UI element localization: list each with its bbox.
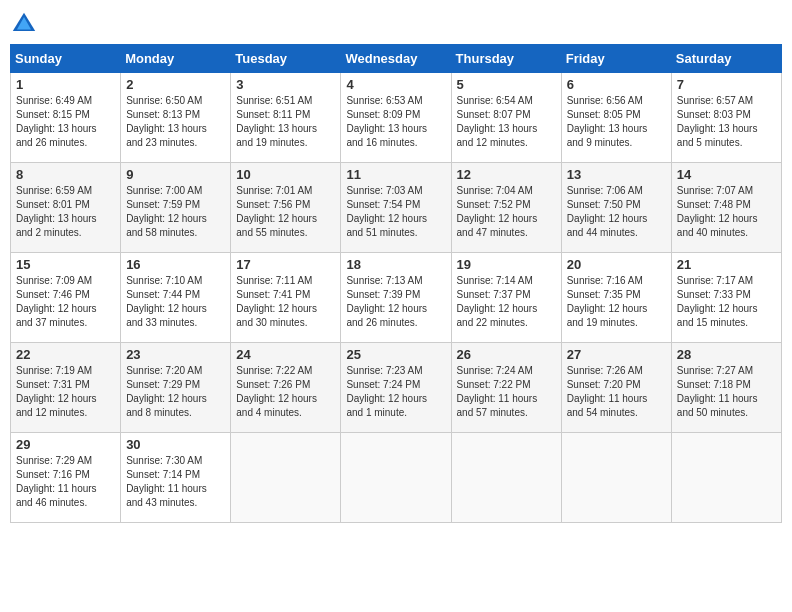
calendar-cell: 1Sunrise: 6:49 AMSunset: 8:15 PMDaylight… <box>11 73 121 163</box>
day-number: 25 <box>346 347 445 362</box>
calendar-cell: 12Sunrise: 7:04 AMSunset: 7:52 PMDayligh… <box>451 163 561 253</box>
calendar-cell: 11Sunrise: 7:03 AMSunset: 7:54 PMDayligh… <box>341 163 451 253</box>
weekday-header: Friday <box>561 45 671 73</box>
day-number: 14 <box>677 167 776 182</box>
calendar-cell: 26Sunrise: 7:24 AMSunset: 7:22 PMDayligh… <box>451 343 561 433</box>
day-info: Sunrise: 7:13 AMSunset: 7:39 PMDaylight:… <box>346 274 445 330</box>
day-info: Sunrise: 7:29 AMSunset: 7:16 PMDaylight:… <box>16 454 115 510</box>
calendar-cell: 17Sunrise: 7:11 AMSunset: 7:41 PMDayligh… <box>231 253 341 343</box>
calendar-cell: 3Sunrise: 6:51 AMSunset: 8:11 PMDaylight… <box>231 73 341 163</box>
calendar-cell: 22Sunrise: 7:19 AMSunset: 7:31 PMDayligh… <box>11 343 121 433</box>
calendar-row: 22Sunrise: 7:19 AMSunset: 7:31 PMDayligh… <box>11 343 782 433</box>
day-number: 27 <box>567 347 666 362</box>
logo <box>10 10 42 38</box>
day-number: 8 <box>16 167 115 182</box>
day-info: Sunrise: 7:26 AMSunset: 7:20 PMDaylight:… <box>567 364 666 420</box>
calendar-row: 29Sunrise: 7:29 AMSunset: 7:16 PMDayligh… <box>11 433 782 523</box>
calendar-cell: 6Sunrise: 6:56 AMSunset: 8:05 PMDaylight… <box>561 73 671 163</box>
day-number: 22 <box>16 347 115 362</box>
day-info: Sunrise: 7:30 AMSunset: 7:14 PMDaylight:… <box>126 454 225 510</box>
page-header <box>10 10 782 38</box>
day-number: 2 <box>126 77 225 92</box>
day-info: Sunrise: 7:10 AMSunset: 7:44 PMDaylight:… <box>126 274 225 330</box>
calendar-cell <box>451 433 561 523</box>
weekday-header: Sunday <box>11 45 121 73</box>
day-number: 16 <box>126 257 225 272</box>
calendar-cell: 13Sunrise: 7:06 AMSunset: 7:50 PMDayligh… <box>561 163 671 253</box>
calendar-cell <box>561 433 671 523</box>
day-number: 18 <box>346 257 445 272</box>
day-info: Sunrise: 7:27 AMSunset: 7:18 PMDaylight:… <box>677 364 776 420</box>
day-info: Sunrise: 7:22 AMSunset: 7:26 PMDaylight:… <box>236 364 335 420</box>
day-number: 12 <box>457 167 556 182</box>
weekday-header: Tuesday <box>231 45 341 73</box>
weekday-header: Wednesday <box>341 45 451 73</box>
calendar-row: 15Sunrise: 7:09 AMSunset: 7:46 PMDayligh… <box>11 253 782 343</box>
day-info: Sunrise: 7:17 AMSunset: 7:33 PMDaylight:… <box>677 274 776 330</box>
calendar-cell: 28Sunrise: 7:27 AMSunset: 7:18 PMDayligh… <box>671 343 781 433</box>
day-number: 28 <box>677 347 776 362</box>
day-info: Sunrise: 6:59 AMSunset: 8:01 PMDaylight:… <box>16 184 115 240</box>
day-info: Sunrise: 7:09 AMSunset: 7:46 PMDaylight:… <box>16 274 115 330</box>
day-info: Sunrise: 6:54 AMSunset: 8:07 PMDaylight:… <box>457 94 556 150</box>
day-number: 9 <box>126 167 225 182</box>
calendar-cell: 15Sunrise: 7:09 AMSunset: 7:46 PMDayligh… <box>11 253 121 343</box>
calendar-cell: 14Sunrise: 7:07 AMSunset: 7:48 PMDayligh… <box>671 163 781 253</box>
calendar-cell: 18Sunrise: 7:13 AMSunset: 7:39 PMDayligh… <box>341 253 451 343</box>
day-number: 13 <box>567 167 666 182</box>
calendar-cell: 30Sunrise: 7:30 AMSunset: 7:14 PMDayligh… <box>121 433 231 523</box>
weekday-header: Saturday <box>671 45 781 73</box>
calendar-cell: 27Sunrise: 7:26 AMSunset: 7:20 PMDayligh… <box>561 343 671 433</box>
calendar-cell: 19Sunrise: 7:14 AMSunset: 7:37 PMDayligh… <box>451 253 561 343</box>
day-number: 19 <box>457 257 556 272</box>
day-info: Sunrise: 7:04 AMSunset: 7:52 PMDaylight:… <box>457 184 556 240</box>
calendar-row: 1Sunrise: 6:49 AMSunset: 8:15 PMDaylight… <box>11 73 782 163</box>
day-info: Sunrise: 7:14 AMSunset: 7:37 PMDaylight:… <box>457 274 556 330</box>
calendar-cell: 29Sunrise: 7:29 AMSunset: 7:16 PMDayligh… <box>11 433 121 523</box>
day-number: 5 <box>457 77 556 92</box>
day-number: 3 <box>236 77 335 92</box>
calendar-cell: 7Sunrise: 6:57 AMSunset: 8:03 PMDaylight… <box>671 73 781 163</box>
day-info: Sunrise: 6:56 AMSunset: 8:05 PMDaylight:… <box>567 94 666 150</box>
day-info: Sunrise: 7:23 AMSunset: 7:24 PMDaylight:… <box>346 364 445 420</box>
day-info: Sunrise: 6:53 AMSunset: 8:09 PMDaylight:… <box>346 94 445 150</box>
calendar-cell: 9Sunrise: 7:00 AMSunset: 7:59 PMDaylight… <box>121 163 231 253</box>
calendar-cell: 10Sunrise: 7:01 AMSunset: 7:56 PMDayligh… <box>231 163 341 253</box>
day-number: 20 <box>567 257 666 272</box>
day-number: 1 <box>16 77 115 92</box>
day-info: Sunrise: 7:19 AMSunset: 7:31 PMDaylight:… <box>16 364 115 420</box>
calendar-cell: 23Sunrise: 7:20 AMSunset: 7:29 PMDayligh… <box>121 343 231 433</box>
calendar-cell: 25Sunrise: 7:23 AMSunset: 7:24 PMDayligh… <box>341 343 451 433</box>
calendar-cell: 5Sunrise: 6:54 AMSunset: 8:07 PMDaylight… <box>451 73 561 163</box>
calendar-cell <box>231 433 341 523</box>
calendar-cell: 8Sunrise: 6:59 AMSunset: 8:01 PMDaylight… <box>11 163 121 253</box>
day-info: Sunrise: 7:06 AMSunset: 7:50 PMDaylight:… <box>567 184 666 240</box>
day-info: Sunrise: 7:24 AMSunset: 7:22 PMDaylight:… <box>457 364 556 420</box>
weekday-header: Monday <box>121 45 231 73</box>
calendar-cell: 21Sunrise: 7:17 AMSunset: 7:33 PMDayligh… <box>671 253 781 343</box>
day-info: Sunrise: 7:11 AMSunset: 7:41 PMDaylight:… <box>236 274 335 330</box>
day-info: Sunrise: 6:51 AMSunset: 8:11 PMDaylight:… <box>236 94 335 150</box>
day-number: 17 <box>236 257 335 272</box>
calendar-row: 8Sunrise: 6:59 AMSunset: 8:01 PMDaylight… <box>11 163 782 253</box>
day-number: 30 <box>126 437 225 452</box>
day-info: Sunrise: 6:57 AMSunset: 8:03 PMDaylight:… <box>677 94 776 150</box>
day-number: 15 <box>16 257 115 272</box>
day-number: 10 <box>236 167 335 182</box>
day-info: Sunrise: 6:50 AMSunset: 8:13 PMDaylight:… <box>126 94 225 150</box>
day-number: 21 <box>677 257 776 272</box>
day-info: Sunrise: 7:01 AMSunset: 7:56 PMDaylight:… <box>236 184 335 240</box>
day-number: 23 <box>126 347 225 362</box>
day-number: 24 <box>236 347 335 362</box>
weekday-header-row: SundayMondayTuesdayWednesdayThursdayFrid… <box>11 45 782 73</box>
calendar-cell <box>341 433 451 523</box>
calendar-cell: 4Sunrise: 6:53 AMSunset: 8:09 PMDaylight… <box>341 73 451 163</box>
calendar-cell: 20Sunrise: 7:16 AMSunset: 7:35 PMDayligh… <box>561 253 671 343</box>
day-info: Sunrise: 7:00 AMSunset: 7:59 PMDaylight:… <box>126 184 225 240</box>
day-info: Sunrise: 7:03 AMSunset: 7:54 PMDaylight:… <box>346 184 445 240</box>
day-number: 6 <box>567 77 666 92</box>
logo-icon <box>10 10 38 38</box>
weekday-header: Thursday <box>451 45 561 73</box>
day-number: 4 <box>346 77 445 92</box>
day-info: Sunrise: 6:49 AMSunset: 8:15 PMDaylight:… <box>16 94 115 150</box>
